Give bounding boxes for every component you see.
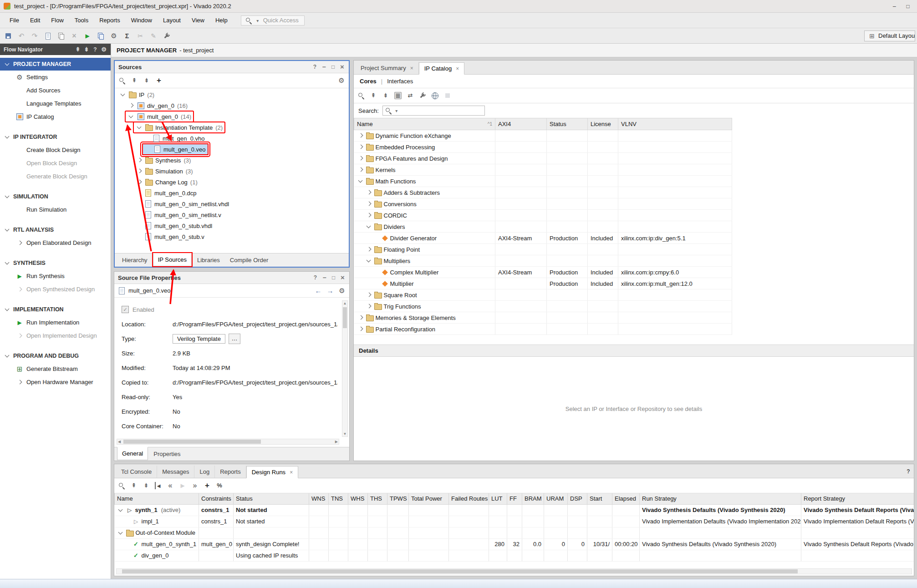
- column-header-name[interactable]: Name: [115, 493, 199, 504]
- ip-row-kernels[interactable]: Kernels: [354, 164, 732, 176]
- expand-icon[interactable]: [143, 77, 150, 84]
- chevD-icon[interactable]: [4, 226, 11, 233]
- column-header-license[interactable]: License: [588, 118, 618, 130]
- tree-item-mult-gen-0-dcp[interactable]: mult_gen_0.dcp: [115, 188, 349, 198]
- chevR-icon[interactable]: [365, 212, 372, 219]
- chevD-icon[interactable]: [357, 177, 364, 185]
- settings-icon[interactable]: [110, 32, 117, 40]
- search-icon[interactable]: [118, 482, 125, 489]
- flow-section-header-synthesis[interactable]: SYNTHESIS: [0, 257, 111, 269]
- ip-row-cordic[interactable]: CORDIC: [354, 210, 732, 221]
- sum-icon[interactable]: [123, 32, 131, 40]
- ip-search-input[interactable]: [382, 106, 485, 116]
- chevD-icon[interactable]: [4, 193, 11, 200]
- column-header-constraints[interactable]: Constraints: [199, 493, 234, 504]
- menu-tools[interactable]: Tools: [70, 15, 93, 26]
- chevD-icon[interactable]: [4, 306, 11, 313]
- edit-icon[interactable]: [150, 32, 157, 40]
- flownav-item-add-sources[interactable]: Add Sources: [0, 84, 111, 97]
- sources-tab-compile-order[interactable]: Compile Order: [225, 253, 273, 267]
- close-icon[interactable]: [340, 274, 346, 281]
- flownav-item-run-implementation[interactable]: Run Implementation: [0, 316, 111, 329]
- chevR-icon[interactable]: [357, 166, 364, 173]
- chevR-icon[interactable]: [136, 167, 143, 175]
- column-header-failed-routes[interactable]: Failed Routes: [449, 493, 489, 504]
- sources-tab-libraries[interactable]: Libraries: [193, 253, 224, 267]
- percent-icon[interactable]: [216, 482, 223, 489]
- subtab-cores[interactable]: Cores: [360, 78, 377, 85]
- float-icon[interactable]: [330, 63, 336, 71]
- column-header-axi4[interactable]: AXI4: [495, 118, 547, 130]
- chevD-icon[interactable]: [117, 507, 124, 514]
- properties-tab-general[interactable]: General: [117, 447, 148, 460]
- menu-file[interactable]: File: [5, 15, 24, 26]
- probe-icon[interactable]: [163, 32, 170, 40]
- minimize-icon[interactable]: [891, 3, 898, 10]
- column-header-total-power[interactable]: Total Power: [409, 493, 449, 504]
- chevR-icon[interactable]: [357, 143, 364, 151]
- chevD-icon[interactable]: [365, 257, 372, 264]
- settings-icon[interactable]: [338, 287, 346, 294]
- scrollbar-thumb[interactable]: [343, 307, 347, 328]
- chevR-icon[interactable]: [357, 314, 364, 321]
- settings-icon[interactable]: [101, 46, 107, 53]
- expand-icon[interactable]: [143, 482, 150, 489]
- search-icon[interactable]: [118, 77, 126, 84]
- properties-tab-properties[interactable]: Properties: [149, 447, 185, 461]
- close-icon[interactable]: ×: [456, 66, 459, 72]
- bottom-tab-messages[interactable]: Messages: [157, 466, 194, 478]
- run-row-impl-1[interactable]: impl_1constrs_1Not startedVivado Impleme…: [115, 516, 914, 527]
- help-icon[interactable]: [92, 46, 98, 53]
- subtab-interfaces[interactable]: Interfaces: [387, 78, 413, 85]
- stop-icon[interactable]: [444, 92, 451, 99]
- type-dropdown[interactable]: Verilog Template: [173, 334, 225, 344]
- undo-icon[interactable]: [18, 32, 25, 40]
- flow-section-header-rtl-analysis[interactable]: RTL ANALYSIS: [0, 223, 111, 236]
- column-header-whs[interactable]: WHS: [348, 493, 368, 504]
- probe-icon[interactable]: [419, 92, 426, 99]
- column-header-wns[interactable]: WNS: [309, 493, 329, 504]
- ip-row-adders-subtracters[interactable]: Adders & Subtracters: [354, 187, 732, 198]
- ip-row-trig-functions[interactable]: Trig Functions: [354, 301, 732, 312]
- column-header-start[interactable]: Start: [587, 493, 612, 504]
- run-row-div-gen-0[interactable]: div_gen_0Using cached IP results: [115, 550, 914, 561]
- chevD-icon[interactable]: [4, 352, 11, 360]
- column-header-vlnv[interactable]: VLNV: [618, 118, 732, 130]
- chevD-icon[interactable]: [4, 61, 11, 68]
- tree-item-mult-gen-0[interactable]: mult_gen_0(14): [115, 111, 349, 122]
- tree-item-simulation[interactable]: Simulation(3): [115, 166, 349, 177]
- add-icon[interactable]: [155, 77, 163, 84]
- column-header-ths[interactable]: THS: [368, 493, 387, 504]
- chevD-icon[interactable]: [136, 124, 143, 131]
- tree-item-mult-gen-0-sim-netlist-vhdl[interactable]: mult_gen_0_sim_netlist.vhdl: [115, 198, 349, 209]
- tree-item-change-log[interactable]: Change Log(1): [115, 177, 349, 188]
- chevD-icon[interactable]: [4, 133, 11, 141]
- ip-row-divider-generator[interactable]: Divider GeneratorAXI4-StreamProductionIn…: [354, 233, 732, 244]
- column-header-bram[interactable]: BRAM: [522, 493, 544, 504]
- enabled-checkbox[interactable]: [122, 306, 129, 313]
- flownav-item-settings[interactable]: Settings: [0, 71, 111, 84]
- vertical-scrollbar[interactable]: ▲ ▼: [342, 300, 348, 437]
- document-tab-project-summary[interactable]: Project Summary×: [356, 62, 419, 74]
- step-first-icon[interactable]: [155, 482, 162, 489]
- tree-item-ip[interactable]: IP(2): [115, 89, 349, 100]
- expand-icon[interactable]: [83, 46, 90, 53]
- forward-icon[interactable]: [326, 287, 334, 294]
- help-icon[interactable]: [905, 468, 912, 475]
- ip-row-complex-multiplier[interactable]: Complex MultiplierAXI4-StreamProductionI…: [354, 267, 732, 278]
- column-header-elapsed[interactable]: Elapsed: [612, 493, 640, 504]
- ip-row-embedded-processing[interactable]: Embedded Processing: [354, 142, 732, 153]
- scroll-left-icon[interactable]: ◀: [118, 439, 121, 444]
- chevD-icon[interactable]: [119, 91, 127, 98]
- scroll-right-icon[interactable]: ▶: [335, 439, 338, 444]
- chevR-icon[interactable]: [365, 246, 372, 253]
- close-icon[interactable]: ×: [410, 65, 413, 71]
- menu-flow[interactable]: Flow: [46, 15, 68, 26]
- close-icon[interactable]: [339, 63, 345, 71]
- menu-layout[interactable]: Layout: [158, 15, 186, 26]
- flownav-item-language-templates[interactable]: Language Templates: [0, 97, 111, 110]
- tree-item-synthesis[interactable]: Synthesis(3): [115, 155, 349, 166]
- minimize-icon[interactable]: [321, 63, 327, 71]
- bottom-tab-design-runs[interactable]: Design Runs×: [246, 466, 298, 478]
- layout-selector[interactable]: Default Layout: [864, 30, 915, 41]
